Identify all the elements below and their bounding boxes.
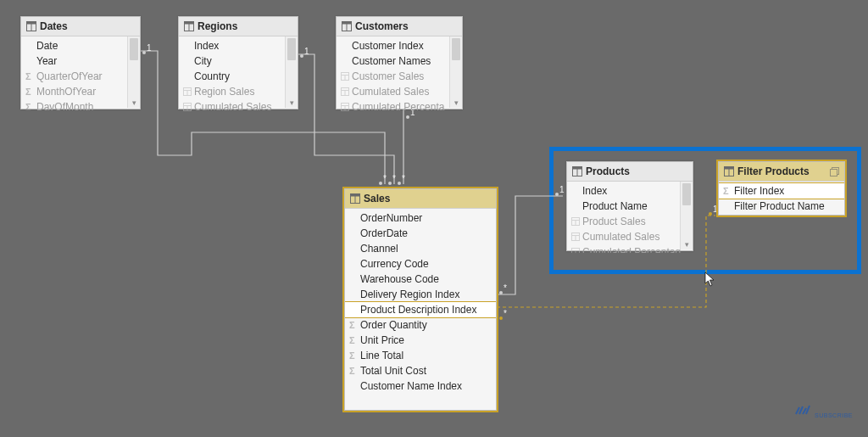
field-name: Warehouse Code	[360, 273, 439, 285]
field-row[interactable]: ΣQuarterOfYear	[21, 69, 140, 84]
field-row[interactable]: Warehouse Code	[345, 272, 496, 287]
field-row[interactable]: ΣOrder Quantity	[345, 317, 496, 333]
field-row[interactable]: Index	[179, 38, 298, 53]
scroll-down-icon[interactable]: ▾	[681, 239, 693, 249]
field-row[interactable]: ΣMonthOfYear	[21, 84, 140, 99]
scroll-thumb[interactable]	[452, 38, 460, 60]
scroll-thumb[interactable]	[287, 38, 296, 60]
scroll-down-icon[interactable]: ▾	[128, 98, 140, 108]
field-name: Filter Product Name	[734, 200, 825, 212]
svg-text:Σ: Σ	[723, 186, 729, 196]
svg-rect-74	[831, 169, 837, 176]
field-row[interactable]: Cumulated Percentag	[567, 244, 693, 253]
table-title: Filter Products	[737, 165, 810, 177]
table-header[interactable]: Customers	[337, 17, 462, 36]
svg-point-4	[300, 54, 303, 58]
table-header[interactable]: Regions	[179, 17, 298, 36]
svg-point-6	[388, 182, 392, 185]
field-row[interactable]: Customer Index	[337, 38, 462, 53]
field-row[interactable]: ΣLine Total	[345, 348, 496, 363]
field-row[interactable]: Customer Name Index	[345, 378, 496, 394]
svg-line-20	[796, 407, 799, 414]
field-row[interactable]: Customer Sales	[337, 69, 462, 84]
field-row[interactable]: Delivery Region Index	[345, 287, 496, 302]
field-name: Unit Price	[360, 334, 404, 346]
field-list: DateYearΣQuarterOfYearΣMonthOfYearΣDavOf…	[21, 36, 140, 111]
field-name: Product Description Index	[360, 304, 476, 316]
field-row[interactable]: Cumulated Sales	[179, 99, 298, 111]
svg-text:*: *	[392, 174, 396, 183]
field-name: DavOfMonth	[36, 101, 93, 111]
field-name: Customer Names	[352, 55, 431, 67]
table-title: Sales	[364, 193, 390, 204]
svg-point-8	[406, 115, 409, 119]
field-name: OrderNumber	[360, 212, 422, 224]
field-row[interactable]: ΣDavOfMonth	[21, 99, 140, 111]
table-header[interactable]: Products	[567, 162, 693, 182]
table-customers[interactable]: CustomersCustomer IndexCustomer NamesCus…	[336, 16, 463, 109]
table-header[interactable]: Sales	[345, 189, 496, 209]
field-row[interactable]: Cumulated Sales	[567, 229, 693, 244]
scrollbar[interactable]: ▴▾	[449, 36, 462, 108]
field-row[interactable]: ΣFilter Index	[719, 182, 844, 199]
field-row[interactable]: Country	[179, 69, 298, 84]
field-name: Date	[36, 40, 58, 52]
scrollbar[interactable]: ▴▾	[127, 36, 140, 108]
field-name: Customer Sales	[352, 70, 424, 82]
field-list: Customer IndexCustomer NamesCustomer Sal…	[337, 36, 462, 111]
scrollbar[interactable]: ▴▾	[680, 182, 693, 249]
field-row[interactable]: Currency Code	[345, 256, 496, 272]
field-row[interactable]: Product Name	[567, 199, 693, 214]
field-row[interactable]: Channel	[345, 241, 496, 256]
scroll-thumb[interactable]	[130, 38, 138, 60]
field-name: Cumulated Percenta	[352, 101, 444, 111]
field-row[interactable]: ΣTotal Unit Cost	[345, 363, 496, 378]
field-name: Cumulated Sales	[352, 86, 429, 98]
field-row[interactable]: Year	[21, 53, 140, 69]
table-regions[interactable]: RegionsIndexCityCountryRegion SalesCumul…	[178, 16, 298, 109]
scroll-thumb[interactable]	[682, 183, 691, 205]
table-title: Regions	[198, 20, 237, 32]
scroll-down-icon[interactable]: ▾	[286, 98, 298, 108]
svg-text:Σ: Σ	[349, 320, 355, 330]
scroll-down-icon[interactable]: ▾	[450, 98, 462, 108]
scrollbar[interactable]: ▴▾	[285, 36, 298, 108]
field-row[interactable]: Cumulated Sales	[337, 84, 462, 99]
field-row[interactable]: City	[179, 53, 298, 69]
svg-point-16	[499, 317, 503, 320]
field-name: Line Total	[360, 350, 403, 361]
table-products[interactable]: ProductsIndexProduct NameProduct SalesCu…	[566, 161, 693, 251]
svg-text:*: *	[504, 283, 507, 293]
table-header[interactable]: Dates	[21, 17, 140, 36]
field-row[interactable]: Index	[567, 183, 693, 199]
svg-text:Σ: Σ	[349, 350, 355, 361]
field-row[interactable]: Filter Product Name	[719, 199, 844, 214]
field-row[interactable]: Product Description Index	[345, 301, 496, 318]
field-name: Customer Name Index	[360, 380, 462, 392]
field-name: Customer Index	[352, 40, 424, 52]
field-name: Index	[582, 185, 607, 197]
field-name: City	[194, 55, 212, 67]
svg-line-23	[806, 406, 810, 414]
svg-text:1: 1	[147, 43, 152, 53]
field-row[interactable]: OrderDate	[345, 226, 496, 241]
field-name: Product Name	[582, 200, 648, 212]
table-dates[interactable]: DatesDateYearΣQuarterOfYearΣMonthOfYearΣ…	[20, 16, 141, 109]
field-row[interactable]: Cumulated Percenta	[337, 99, 462, 111]
field-row[interactable]: Product Sales	[567, 214, 693, 229]
field-row[interactable]: Region Sales	[179, 84, 298, 99]
field-name: OrderDate	[360, 227, 408, 239]
table-header[interactable]: Filter Products	[719, 162, 844, 182]
field-row[interactable]: ΣUnit Price	[345, 333, 496, 348]
restore-icon[interactable]	[830, 167, 839, 176]
field-row[interactable]: Customer Names	[337, 53, 462, 69]
field-list: OrderNumberOrderDateChannelCurrency Code…	[345, 209, 496, 412]
model-view-canvas[interactable]: 1*1*1**1*1 SUBSCRIBE DatesDateYearΣQuart…	[0, 0, 868, 437]
table-sales[interactable]: SalesOrderNumberOrderDateChannelCurrency…	[344, 188, 497, 411]
field-row[interactable]: Date	[21, 38, 140, 53]
svg-text:*: *	[383, 174, 387, 183]
field-name: Country	[194, 70, 230, 82]
field-row[interactable]: OrderNumber	[345, 210, 496, 226]
cursor-icon	[704, 272, 716, 287]
table-filterproducts[interactable]: Filter ProductsΣFilter IndexFilter Produ…	[718, 161, 845, 216]
